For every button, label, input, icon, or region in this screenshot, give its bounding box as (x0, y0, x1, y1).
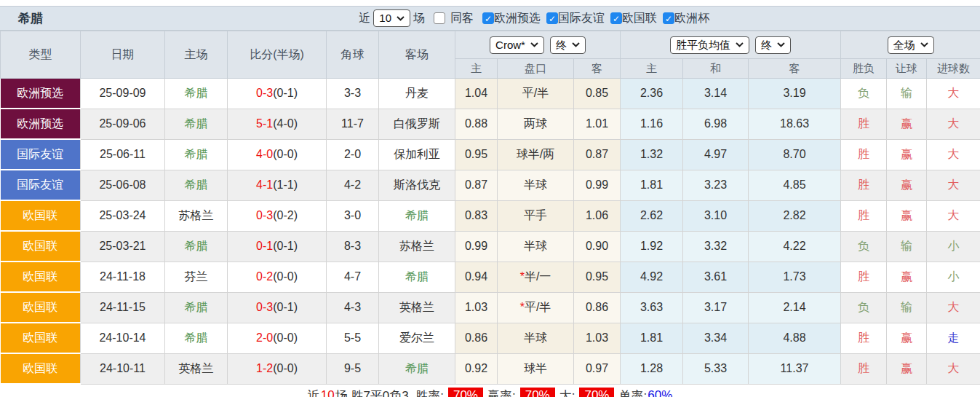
avg-home-odds: 4.92 (621, 262, 683, 292)
avg-home-odds: 1.92 (621, 231, 683, 262)
chevron-down-icon (530, 42, 538, 47)
league-filter-label: 欧国联 (622, 12, 657, 24)
halftime-score: (0-0) (273, 270, 298, 283)
handicap-cell: 球半/两 (498, 139, 574, 170)
col-header-type: 类型 (1, 31, 81, 79)
corners-cell: 4-3 (327, 292, 379, 323)
corners-cell: 11-7 (327, 109, 379, 139)
fulltime-score: 5-1 (256, 117, 273, 130)
handicap-cell: 球半 (498, 353, 574, 384)
avg-away-odds: 4.85 (749, 170, 841, 200)
score-cell: 4-1(1-1) (228, 170, 327, 200)
average-value: 胜平负均值 (676, 39, 730, 52)
score-cell: 4-0(0-0) (228, 139, 327, 170)
recent-count-select[interactable]: 10 (373, 9, 410, 27)
scope-value: 全场 (893, 39, 915, 52)
home-team: 希腊 (165, 109, 228, 139)
sub-header-avg-away: 客 (749, 59, 841, 79)
away-team: 苏格兰 (379, 231, 455, 262)
same-away-label: 同客 (450, 11, 474, 26)
col-header-date: 日期 (81, 31, 165, 79)
halftime-score: (0-0) (273, 148, 298, 160)
scope-group-header: 全场 (841, 31, 980, 59)
league-filter-checkbox[interactable]: ✓ (663, 12, 674, 24)
odds-home: 0.86 (455, 323, 498, 353)
col-header-corners: 角球 (327, 31, 379, 79)
average-select[interactable]: 胜平负均值 (670, 36, 749, 54)
fulltime-score: 0-1 (256, 240, 273, 252)
score-cell: 1-2(0-0) (228, 353, 327, 384)
avg-away-odds: 3.19 (749, 79, 841, 109)
corners-cell: 2-0 (327, 139, 379, 170)
score-cell: 0-3(0-2) (228, 200, 327, 231)
score-cell: 2-0(0-0) (228, 323, 327, 353)
avg-draw-odds: 3.17 (683, 292, 749, 323)
home-team: 英格兰 (165, 353, 228, 384)
halftime-score: (0-0) (273, 362, 298, 374)
handicap-cell: 两球 (498, 109, 574, 139)
bookmaker-period-select[interactable]: 终 (550, 36, 586, 54)
odds-away: 0.97 (574, 353, 621, 384)
corners-cell: 5-5 (327, 323, 379, 353)
result-cell: 胜 (841, 262, 887, 292)
avg-home-odds: 1.81 (621, 170, 683, 200)
odds-away: 1.06 (574, 200, 621, 231)
halftime-score: (0-1) (273, 301, 298, 313)
goals-result-cell: 走 (927, 323, 980, 353)
avg-home-odds: 1.16 (621, 109, 683, 139)
avg-draw-odds: 4.97 (683, 139, 749, 170)
spread-result-cell: 输 (887, 231, 927, 262)
avg-draw-odds: 3.14 (683, 79, 749, 109)
fulltime-score: 0-3 (256, 209, 273, 221)
win-rate-badge: 70% (448, 388, 483, 397)
match-date: 24-10-11 (81, 353, 165, 384)
table-row: 欧国联24-10-14希腊2-0(0-0)5-5爱尔兰0.86半球1.031.8… (1, 323, 980, 353)
spread-result-cell: 赢 (887, 262, 927, 292)
table-row: 欧国联24-11-18芬兰0-2(0-0)4-7希腊0.94*半/一0.954.… (1, 262, 980, 292)
score-cell: 0-3(0-1) (228, 292, 327, 323)
match-date: 25-03-21 (81, 231, 165, 262)
match-date: 25-06-08 (81, 170, 165, 200)
score-cell: 0-1(0-1) (228, 231, 327, 262)
odds-home: 0.87 (455, 170, 498, 200)
bookmaker-select[interactable]: Crow* (490, 36, 544, 54)
avg-draw-odds: 6.98 (683, 109, 749, 139)
table-row: 国际友谊25-06-11希腊4-0(0-0)2-0保加利亚0.95球半/两0.8… (1, 139, 980, 170)
handicap-cell: 平手 (498, 200, 574, 231)
sub-header-spread: 让球 (887, 59, 927, 79)
avg-draw-odds: 3.61 (683, 262, 749, 292)
corners-cell: 8-3 (327, 231, 379, 262)
league-badge: 国际友谊 (1, 139, 81, 170)
bookmaker-period-value: 终 (556, 39, 567, 52)
same-away-checkbox[interactable] (434, 12, 445, 24)
handicap-cell: 平/半 (498, 79, 574, 109)
matches-label: 场 (413, 11, 425, 26)
average-period-select[interactable]: 终 (755, 36, 791, 54)
league-filter-checkbox[interactable]: ✓ (610, 12, 622, 24)
goals-result-cell: 大 (927, 170, 980, 200)
league-badge: 国际友谊 (1, 170, 81, 200)
result-cell: 负 (841, 79, 887, 109)
home-team: 希腊 (165, 231, 228, 262)
league-filter-checkbox[interactable]: ✓ (546, 12, 558, 24)
corners-cell: 3-0 (327, 200, 379, 231)
goals-result-cell: 小 (927, 262, 980, 292)
odds-away: 1.03 (574, 323, 621, 353)
scope-select[interactable]: 全场 (888, 36, 934, 54)
topbar: 希腊 近 10 场 同客 ✓欧洲预选✓国际友谊✓欧国联✓欧洲杯 (0, 6, 980, 31)
goals-result-cell: 大 (927, 109, 980, 139)
table-row: 欧洲预选25-09-09希腊0-3(0-1)3-3丹麦1.04平/半0.852.… (1, 79, 980, 109)
avg-draw-odds: 5.33 (683, 353, 749, 384)
spread-result-cell: 赢 (887, 353, 927, 384)
away-team: 希腊 (379, 353, 455, 384)
league-filter-checkbox[interactable]: ✓ (482, 12, 494, 24)
odds-home: 0.95 (455, 139, 498, 170)
table-row: 国际友谊25-06-08希腊4-1(1-1)4-2斯洛伐克0.87半球0.991… (1, 170, 980, 200)
fulltime-score: 0-3 (256, 87, 273, 99)
fulltime-score: 1-2 (256, 362, 273, 374)
handicap-cell: 半球 (498, 323, 574, 353)
home-team: 芬兰 (165, 262, 228, 292)
chevron-down-icon (572, 42, 580, 47)
away-team: 保加利亚 (379, 139, 455, 170)
fulltime-score: 2-0 (256, 331, 273, 344)
